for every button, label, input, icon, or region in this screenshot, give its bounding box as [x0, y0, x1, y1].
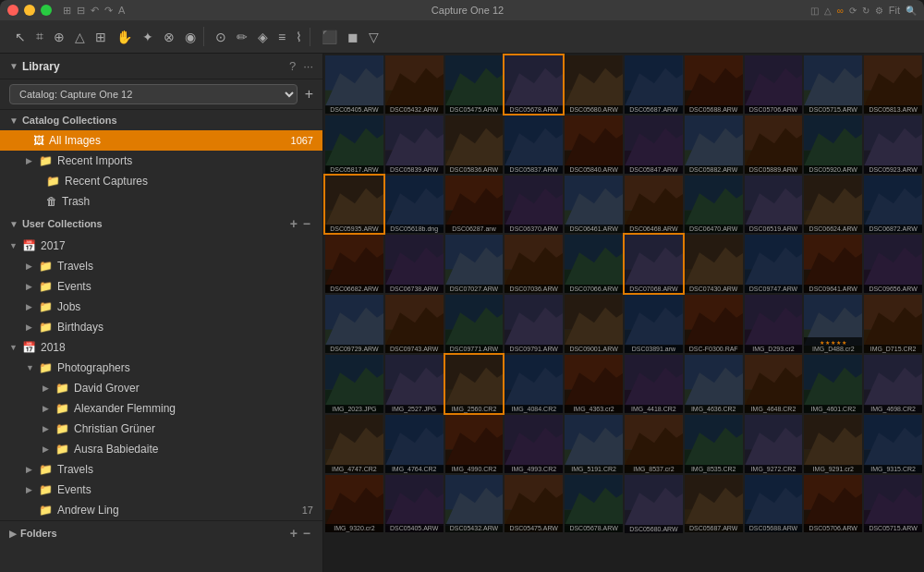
cursor-tool[interactable]: ↖: [11, 28, 30, 46]
white-balance-tool[interactable]: ◈: [254, 28, 272, 46]
photo-thumbnail[interactable]: IMG_D715.CR2: [864, 295, 922, 353]
sidebar-item-david-grover[interactable]: ▶ 📁 David Grover: [0, 378, 322, 398]
maximize-button[interactable]: [41, 5, 52, 16]
pan-tool[interactable]: ✋: [113, 28, 136, 46]
photo-thumbnail[interactable]: DSC09656.ARW: [864, 235, 922, 293]
sidebar-item-trash[interactable]: 🗑 Trash: [0, 191, 322, 212]
photo-thumbnail[interactable]: DSC05889.ARW: [745, 116, 803, 174]
photo-thumbnail[interactable]: DSC09791.ARW: [505, 295, 563, 353]
catalog-selector[interactable]: Catalog: Capture One 12: [9, 84, 298, 104]
photo-thumbnail[interactable]: DSC05680.ARW: [625, 475, 683, 533]
photo-thumbnail[interactable]: DSC05715.ARW: [804, 55, 862, 114]
annotation-tool[interactable]: ✏: [233, 28, 251, 46]
sidebar-item-events-2018[interactable]: ▶ 📁 Events: [0, 480, 322, 500]
photo-thumbnail[interactable]: IMG_9272.CR2: [745, 415, 803, 473]
photo-thumbnail[interactable]: DSC06738.ARW: [385, 235, 444, 293]
photo-thumbnail[interactable]: DSC05678.ARW: [505, 55, 563, 114]
photo-thumbnail[interactable]: IMG_9291.cr2: [804, 415, 862, 473]
sidebar-item-events-2017[interactable]: ▶ 📁 Events: [0, 276, 322, 297]
transform-tool[interactable]: △: [71, 28, 89, 46]
photo-thumbnail[interactable]: IMG_2560.CR2: [445, 355, 504, 413]
photo-thumbnail[interactable]: DSC05935.ARW: [325, 176, 383, 234]
photo-thumbnail[interactable]: DSC05688.ARW: [685, 55, 743, 114]
photo-thumbnail[interactable]: DSC06370.ARW: [505, 176, 563, 234]
sidebar-item-recent-captures[interactable]: 📁 Recent Captures: [0, 171, 322, 191]
sidebar-item-2018[interactable]: ▼ 📅 2018: [0, 337, 322, 358]
sidebar-item-andrew-ling[interactable]: 📁 Andrew Ling 17: [0, 500, 322, 520]
photo-thumbnail[interactable]: IMG_2023.JPG: [325, 355, 383, 413]
photo-thumbnail[interactable]: DSC05837.ARW: [505, 116, 563, 174]
photo-thumbnail[interactable]: DSC05475.ARW: [505, 475, 563, 533]
photo-thumbnail[interactable]: DSC05432.ARW: [445, 475, 504, 533]
sidebar-item-travels-2018[interactable]: ▶ 📁 Travels: [0, 459, 322, 480]
photo-thumbnail[interactable]: DSC05920.ARW: [804, 116, 862, 174]
photo-thumbnail[interactable]: DSC05923.ARW: [864, 116, 922, 174]
photo-thumbnail[interactable]: DSC07430.ARW: [685, 235, 743, 293]
photo-thumbnail[interactable]: DSC05836.ARW: [445, 116, 504, 174]
clone-tool[interactable]: ⊗: [160, 28, 178, 46]
heal-tool[interactable]: ✦: [139, 28, 157, 46]
photo-thumbnail[interactable]: IMG_9320.cr2: [325, 475, 383, 533]
help-icon[interactable]: ?: [289, 59, 296, 73]
photo-thumbnail[interactable]: DSC07066.ARW: [565, 235, 623, 293]
catalog-collections-header[interactable]: ▼ Catalog Collections: [0, 110, 322, 130]
photo-thumbnail[interactable]: DSC06470.ARW: [685, 176, 743, 234]
more-icon[interactable]: ···: [303, 59, 313, 73]
sidebar-item-birthdays-2017[interactable]: ▶ 📁 Birthdays: [0, 317, 322, 337]
catalog-add-button[interactable]: +: [305, 87, 313, 102]
photo-thumbnail[interactable]: DSC05688.ARW: [745, 475, 803, 533]
photo-thumbnail[interactable]: DSC06461.ARW: [565, 176, 623, 234]
sidebar-item-recent-imports[interactable]: ▶ 📁 Recent Imports: [0, 151, 322, 171]
local-adjustments-tool[interactable]: ⊙: [212, 28, 230, 46]
photo-thumbnail[interactable]: IMG_4418.CR2: [625, 355, 683, 413]
photo-thumbnail[interactable]: DSC06682.ARW: [325, 235, 383, 293]
sidebar-item-jobs-2017[interactable]: ▶ 📁 Jobs: [0, 297, 322, 317]
photo-thumbnail[interactable]: DSC05839.ARW: [385, 116, 444, 174]
sidebar-item-christian-gruner[interactable]: ▶ 📁 Christian Grüner: [0, 419, 322, 439]
photo-thumbnail[interactable]: DSC05475.ARW: [445, 55, 504, 114]
photo-thumbnail[interactable]: DSC05432.ARW: [385, 55, 444, 114]
photo-thumbnail[interactable]: IMG_4084.CR2: [505, 355, 563, 413]
straighten-tool[interactable]: ⊕: [50, 28, 68, 46]
photo-thumbnail[interactable]: IMG_4636.CR2: [685, 355, 743, 413]
photo-thumbnail[interactable]: DSC05817.ARW: [325, 116, 383, 174]
sidebar-item-2017[interactable]: ▼ 📅 2017: [0, 236, 322, 256]
user-collections-remove-button[interactable]: −: [300, 216, 313, 231]
photo-thumbnail[interactable]: IMG_D293.cr2: [745, 295, 803, 353]
photo-thumbnail[interactable]: DSC03891.arw: [625, 295, 683, 353]
sidebar-item-alexander-flemming[interactable]: ▶ 📁 Alexander Flemming: [0, 398, 322, 419]
curves-tool[interactable]: ⌇: [292, 28, 306, 46]
photo-thumbnail[interactable]: IMG_4601.CR2: [804, 355, 862, 413]
photo-thumbnail[interactable]: DSC06287.arw: [445, 176, 504, 234]
minimize-button[interactable]: [24, 5, 35, 16]
user-collections-add-button[interactable]: +: [287, 216, 300, 231]
photo-thumbnail[interactable]: DSC05706.ARW: [745, 55, 803, 114]
close-button[interactable]: [7, 5, 18, 16]
photo-thumbnail[interactable]: IMG_4764.CR2: [385, 415, 444, 473]
sidebar-item-travels-2017[interactable]: ▶ 📁 Travels: [0, 256, 322, 276]
library-expand-arrow[interactable]: ▼: [9, 61, 18, 71]
photo-thumbnail[interactable]: DSC05687.ARW: [625, 55, 683, 114]
photo-thumbnail[interactable]: DSC05847.ARW: [625, 116, 683, 174]
folders-header[interactable]: ▶ Folders + −: [0, 520, 322, 545]
photo-thumbnail[interactable]: DSC05678.ARW: [565, 475, 623, 533]
photo-thumbnail[interactable]: IMG_4698.CR2: [864, 355, 922, 413]
user-collections-header[interactable]: ▼ User Collections + −: [0, 212, 322, 236]
sidebar-item-all-images[interactable]: 🖼 All Images 1067: [0, 130, 322, 151]
photo-thumbnail[interactable]: IMG_2527.JPG: [385, 355, 444, 413]
photo-thumbnail[interactable]: ★★★★★IMG_D488.cr2: [804, 295, 862, 353]
photo-thumbnail[interactable]: DSC09729.ARW: [325, 295, 383, 353]
color-picker-tool[interactable]: ⬛: [318, 28, 341, 46]
photo-thumbnail[interactable]: DSC09747.ARW: [745, 235, 803, 293]
photo-thumbnail[interactable]: DSC09771.ARW: [445, 295, 504, 353]
photo-thumbnail[interactable]: DSC09743.ARW: [385, 295, 444, 353]
keystone-tool[interactable]: ⊞: [91, 28, 110, 46]
photo-thumbnail[interactable]: DSC05405.ARW: [325, 55, 383, 114]
photo-thumbnail[interactable]: DSC05405.ARW: [385, 475, 444, 533]
photo-thumbnail[interactable]: DSC07027.ARW: [445, 235, 504, 293]
levels-tool[interactable]: ≡: [274, 28, 289, 46]
photo-thumbnail[interactable]: DSC06872.ARW: [864, 176, 922, 234]
photo-thumbnail[interactable]: IMG_4363.cr2: [565, 355, 623, 413]
photo-thumbnail[interactable]: DSC09001.ARW: [565, 295, 623, 353]
folders-add-button[interactable]: +: [287, 526, 300, 541]
